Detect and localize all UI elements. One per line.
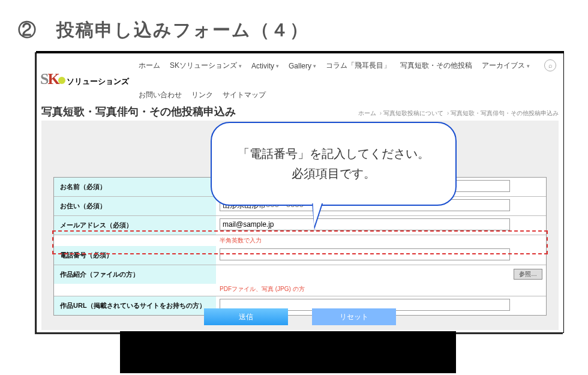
- browser-window: S K ソリューションズ ホーム SKソリューションズ▾ Activity▾ G…: [36, 51, 564, 333]
- breadcrumb: ホーム 写真短歌投稿について 写真短歌・写真俳句・その他投稿申込み: [358, 109, 559, 118]
- row-phone: 半角英数で入力 電話番号（必須）: [54, 235, 546, 265]
- nav-label: お問い合わせ: [139, 90, 182, 100]
- nav-label: SKソリューションズ: [170, 61, 237, 71]
- row-mail: メールアドレス（必須）: [54, 215, 546, 235]
- nav-column[interactable]: コラム「飛耳長目」: [326, 61, 391, 71]
- nav-link[interactable]: リンク: [191, 90, 213, 100]
- nav-gallery[interactable]: Gallery▾: [289, 61, 316, 71]
- slide-title: ② 投稿申し込みフォーム（４）: [18, 18, 309, 43]
- site-logo[interactable]: S K ソリューションズ: [40, 70, 129, 89]
- speaker-notes-area: [120, 331, 456, 373]
- submit-button[interactable]: 送信: [204, 308, 288, 325]
- nav-sk[interactable]: SKソリューションズ▾: [170, 61, 242, 71]
- nav-label: ホーム: [139, 61, 160, 71]
- browse-button[interactable]: 参照…: [514, 269, 542, 280]
- input-phone[interactable]: [220, 248, 510, 260]
- main-nav: ホーム SKソリューションズ▾ Activity▾ Gallery▾ コラム「飛…: [139, 61, 557, 100]
- search-icon[interactable]: ⌕: [544, 59, 556, 71]
- reset-button[interactable]: リセット: [312, 308, 396, 325]
- nav-photo[interactable]: 写真短歌・その他投稿: [400, 61, 472, 71]
- crumb-about[interactable]: 写真短歌投稿について: [380, 109, 443, 118]
- hint-file: PDFファイル、写真 (JPG) の方: [220, 285, 542, 293]
- nav-home[interactable]: ホーム: [139, 61, 160, 71]
- nav-label: サイトマップ: [223, 90, 266, 100]
- chevron-down-icon: ▾: [527, 63, 530, 69]
- label-name: お名前（必須）: [54, 178, 216, 196]
- nav-label: アーカイブス: [482, 61, 525, 71]
- form-buttons: 送信 リセット: [37, 308, 563, 325]
- label-phone: 電話番号（必須）: [54, 246, 216, 265]
- nav-label: コラム「飛耳長目」: [326, 61, 391, 71]
- nav-label: リンク: [191, 90, 213, 100]
- label-mail: メールアドレス（必須）: [54, 216, 216, 235]
- label-address: お住い（必須）: [54, 197, 216, 215]
- label-file: 作品紹介（ファイルの方）: [54, 265, 216, 284]
- nav-contact[interactable]: お問い合わせ: [139, 90, 182, 100]
- row-file: 作品紹介（ファイルの方） 参照… PDFファイル、写真 (JPG) の方: [54, 265, 546, 296]
- nav-label: Activity: [251, 62, 274, 70]
- page-title: 写真短歌・写真俳句・その他投稿申込み: [41, 104, 236, 119]
- nav-label: 写真短歌・その他投稿: [400, 61, 472, 71]
- nav-archive[interactable]: アーカイブス▾: [482, 61, 530, 71]
- crumb-home[interactable]: ホーム: [358, 109, 376, 118]
- logo-dot-icon: [58, 77, 65, 84]
- nav-activity[interactable]: Activity▾: [251, 61, 279, 71]
- balloon-line-2: 必須項目です。: [292, 166, 376, 182]
- balloon-line-1: 「電話番号」を記入してください。: [238, 146, 430, 162]
- input-mail[interactable]: [220, 218, 510, 230]
- chevron-down-icon: ▾: [276, 63, 279, 69]
- crumb-current: 写真短歌・写真俳句・その他投稿申込み: [447, 109, 559, 118]
- logo-subtext: ソリューションズ: [67, 76, 129, 87]
- instruction-balloon: 「電話番号」を記入してください。 必須項目です。: [211, 122, 457, 206]
- chevron-down-icon: ▾: [239, 63, 242, 69]
- chevron-down-icon: ▾: [313, 63, 316, 69]
- nav-sitemap[interactable]: サイトマップ: [223, 90, 266, 100]
- nav-label: Gallery: [289, 62, 311, 70]
- hint-phone: 半角英数で入力: [220, 236, 542, 245]
